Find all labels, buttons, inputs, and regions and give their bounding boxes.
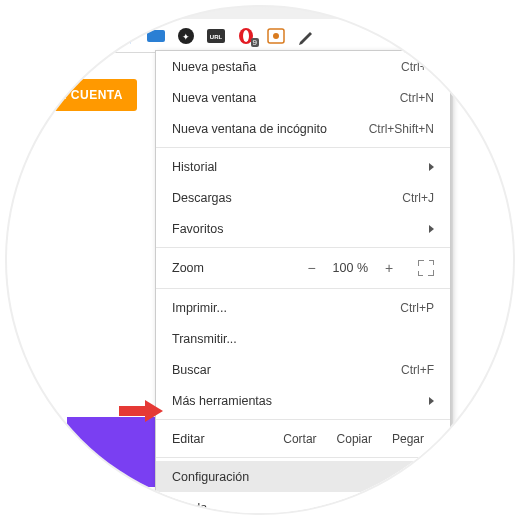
menu-label: Configuración <box>172 470 434 484</box>
submenu-arrow-icon <box>429 397 434 405</box>
svg-point-6 <box>243 30 249 42</box>
purple-graphic <box>67 417 157 487</box>
extension-opera-icon[interactable]: 9 <box>237 27 255 45</box>
svg-text:✦: ✦ <box>182 32 190 42</box>
extension-icon-1[interactable] <box>147 27 165 45</box>
menu-find[interactable]: Buscar Ctrl+F <box>156 354 450 385</box>
svg-text:URL: URL <box>210 34 223 40</box>
annotation-arrow-icon <box>119 400 163 422</box>
menu-new-window[interactable]: Nueva ventana Ctrl+N <box>156 82 450 113</box>
menu-zoom: Zoom − 100 % + <box>156 251 450 285</box>
menu-incognito[interactable]: Nueva ventana de incógnito Ctrl+Shift+N <box>156 113 450 144</box>
menu-label: Zoom <box>172 261 305 275</box>
menu-help[interactable]: Ayuda <box>156 492 450 515</box>
menu-label: Nueva ventana <box>172 91 400 105</box>
menu-history[interactable]: Historial <box>156 151 450 182</box>
menu-shortcut: Ctrl+Shift+N <box>369 122 434 136</box>
svg-marker-10 <box>145 400 163 422</box>
menu-shortcut: Ctrl+N <box>400 91 434 105</box>
zoom-out-button[interactable]: − <box>305 260 319 276</box>
menu-shortcut: Ctrl+J <box>402 191 434 205</box>
edit-cut[interactable]: Cortar <box>273 432 326 446</box>
menu-label: Ayuda <box>172 501 421 515</box>
submenu-arrow-icon <box>429 225 434 233</box>
extension-url-icon[interactable]: URL <box>207 27 225 45</box>
menu-downloads[interactable]: Descargas Ctrl+J <box>156 182 450 213</box>
menu-separator <box>156 457 450 458</box>
menu-separator <box>156 147 450 148</box>
svg-rect-9 <box>119 406 145 416</box>
zoom-in-button[interactable]: + <box>382 260 396 276</box>
menu-label: Más herramientas <box>172 394 421 408</box>
menu-label: Nueva ventana de incógnito <box>172 122 369 136</box>
extension-toolbar: ✦ URL 9 <box>7 19 513 53</box>
menu-print[interactable]: Imprimir... Ctrl+P <box>156 292 450 323</box>
svg-point-8 <box>273 33 279 39</box>
zoom-value: 100 % <box>333 261 368 275</box>
menu-new-tab[interactable]: Nueva pestaña Ctrl+T <box>156 51 450 82</box>
extension-pen-icon[interactable] <box>297 27 315 45</box>
svg-rect-0 <box>147 30 165 42</box>
edit-paste[interactable]: Pegar <box>382 432 434 446</box>
menu-shortcut: Ctrl+T <box>401 60 434 74</box>
menu-label: Favoritos <box>172 222 421 236</box>
menu-edit: Editar Cortar Copiar Pegar <box>156 423 450 454</box>
menu-label: Buscar <box>172 363 401 377</box>
menu-label: Historial <box>172 160 421 174</box>
menu-more-tools[interactable]: Más herramientas <box>156 385 450 416</box>
menu-settings[interactable]: Configuración <box>156 461 450 492</box>
badge-count: 9 <box>251 38 259 47</box>
create-account-button[interactable]: REAR CUENTA <box>17 79 137 111</box>
fullscreen-icon[interactable] <box>418 260 434 276</box>
menu-label: Descargas <box>172 191 402 205</box>
menu-bookmarks[interactable]: Favoritos <box>156 213 450 244</box>
menu-label: Imprimir... <box>172 301 400 315</box>
menu-shortcut: Ctrl+F <box>401 363 434 377</box>
submenu-arrow-icon <box>429 163 434 171</box>
menu-separator <box>156 288 450 289</box>
chrome-main-menu: Nueva pestaña Ctrl+T Nueva ventana Ctrl+… <box>155 50 451 515</box>
menu-separator <box>156 247 450 248</box>
extension-icon-5[interactable] <box>267 27 285 45</box>
menu-label: Nueva pestaña <box>172 60 401 74</box>
extension-icon-2[interactable]: ✦ <box>177 27 195 45</box>
menu-label: Editar <box>172 432 273 446</box>
menu-shortcut: Ctrl+P <box>400 301 434 315</box>
edit-copy[interactable]: Copiar <box>327 432 382 446</box>
star-icon[interactable] <box>117 27 135 45</box>
submenu-arrow-icon <box>429 504 434 512</box>
menu-separator <box>156 419 450 420</box>
menu-cast[interactable]: Transmitir... <box>156 323 450 354</box>
menu-label: Transmitir... <box>172 332 434 346</box>
